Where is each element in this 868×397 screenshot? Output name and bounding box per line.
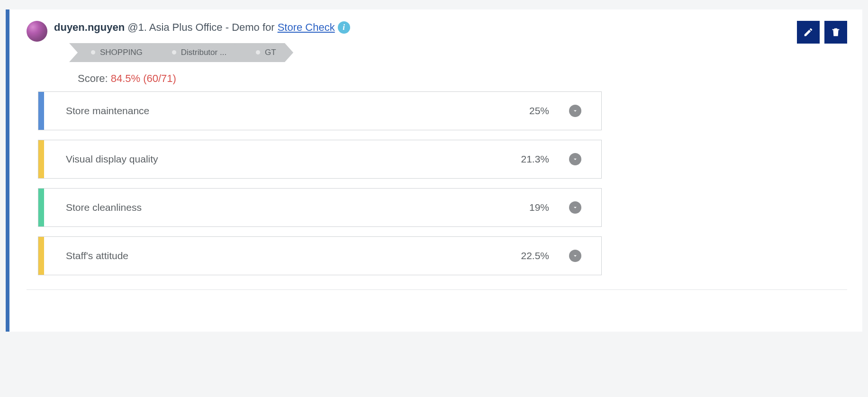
expand-button[interactable]	[569, 105, 581, 117]
category-row[interactable]: Store cleanliness19%	[38, 188, 602, 227]
pencil-icon	[803, 27, 814, 37]
bullet-icon	[256, 50, 260, 54]
breadcrumb-label: SHOPPING	[100, 43, 143, 62]
chevron-down-icon	[572, 156, 579, 162]
bullet-icon	[91, 50, 95, 54]
expand-button[interactable]	[569, 201, 581, 214]
row-expand	[549, 201, 601, 214]
row-percent: 21.3%	[497, 153, 549, 165]
category-row[interactable]: Staff's attitude22.5%	[38, 236, 602, 275]
row-label: Visual display quality	[44, 153, 497, 165]
category-row[interactable]: Visual display quality21.3%	[38, 140, 602, 179]
divider	[27, 289, 847, 290]
score-value: 84.5% (60/71)	[111, 72, 176, 84]
score-label: Score:	[78, 72, 111, 84]
category-row[interactable]: Store maintenance25%	[38, 91, 602, 130]
header-actions	[797, 21, 847, 44]
expand-button[interactable]	[569, 250, 581, 262]
breadcrumb-item[interactable]: SHOPPING	[78, 43, 151, 62]
avatar[interactable]	[27, 21, 47, 42]
breadcrumb-item[interactable]: GT	[243, 43, 285, 62]
breadcrumb-label: GT	[265, 43, 276, 62]
record-card: duyen.nguyen @1. Asia Plus Office - Demo…	[6, 9, 862, 332]
trash-icon	[831, 27, 841, 37]
delete-button[interactable]	[824, 21, 847, 44]
location-text: @1. Asia Plus Office - Demo for	[127, 21, 275, 35]
row-color-stripe	[38, 237, 44, 275]
info-icon[interactable]: i	[338, 21, 350, 34]
edit-button[interactable]	[797, 21, 820, 44]
chevron-down-icon	[572, 253, 579, 259]
row-percent: 19%	[497, 202, 549, 213]
breadcrumb-label: Distributor ...	[181, 43, 226, 62]
title-line: duyen.nguyen @1. Asia Plus Office - Demo…	[54, 21, 350, 35]
card-header: duyen.nguyen @1. Asia Plus Office - Demo…	[27, 21, 847, 91]
row-label: Staff's attitude	[44, 250, 497, 262]
row-label: Store cleanliness	[44, 202, 497, 213]
header-left: duyen.nguyen @1. Asia Plus Office - Demo…	[27, 21, 350, 91]
chevron-down-icon	[572, 204, 579, 211]
row-expand	[549, 153, 601, 165]
chevron-down-icon	[572, 108, 579, 114]
breadcrumb-item[interactable]: Distributor ...	[159, 43, 235, 62]
score-line: Score: 84.5% (60/71)	[78, 72, 350, 85]
breadcrumb: SHOPPINGDistributor ...GT	[78, 43, 350, 62]
bullet-icon	[172, 50, 176, 54]
row-expand	[549, 250, 601, 262]
row-color-stripe	[38, 140, 44, 178]
row-percent: 25%	[497, 105, 549, 117]
category-rows: Store maintenance25%Visual display quali…	[38, 91, 602, 275]
row-percent: 22.5%	[497, 250, 549, 262]
row-color-stripe	[38, 92, 44, 130]
row-label: Store maintenance	[44, 105, 497, 117]
user-name: duyen.nguyen	[54, 21, 125, 35]
row-color-stripe	[38, 189, 44, 226]
expand-button[interactable]	[569, 153, 581, 165]
row-expand	[549, 105, 601, 117]
store-check-link[interactable]: Store Check	[278, 21, 335, 35]
title-block: duyen.nguyen @1. Asia Plus Office - Demo…	[54, 21, 350, 91]
